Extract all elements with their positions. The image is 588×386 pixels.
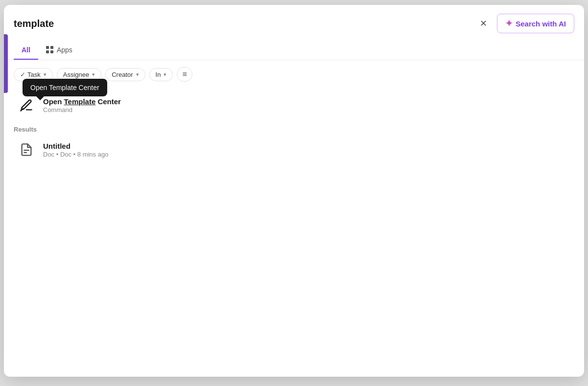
template-icon [18, 96, 35, 114]
modal-overlay: template ✕ ✦ Search with AI All Apps [0, 0, 588, 386]
filter-in-button[interactable]: In ▾ [149, 68, 173, 81]
doc-icon [18, 141, 35, 159]
modal-header: template ✕ ✦ Search with AI [4, 5, 584, 33]
tab-all-label: All [22, 46, 30, 54]
left-accent-strip [4, 34, 8, 93]
close-icon: ✕ [480, 18, 487, 29]
command-item-text: Open Template Center Command [43, 97, 121, 114]
command-item-title: Open Template Center [43, 97, 121, 106]
tab-all[interactable]: All [14, 42, 38, 60]
result-item-untitled[interactable]: Untitled Doc • Doc • 8 mins ago [8, 135, 580, 164]
filter-creator-label: Creator [112, 71, 133, 78]
command-item-subtitle: Command [43, 106, 121, 114]
filter-task-label: Task [27, 71, 41, 78]
results-section: Results Untitled Doc • Doc • 8 mins ago [4, 122, 584, 164]
apps-grid-icon [46, 46, 54, 54]
tab-apps[interactable]: Apps [38, 42, 80, 60]
sparkle-icon: ✦ [505, 18, 513, 29]
tabs-row: All Apps [4, 37, 584, 60]
tab-apps-label: Apps [57, 46, 72, 54]
search-modal: template ✕ ✦ Search with AI All Apps [4, 5, 584, 377]
close-button[interactable]: ✕ [475, 16, 491, 31]
sort-filter-button[interactable]: ≡ [177, 67, 192, 82]
filter-creator-button[interactable]: Creator ▾ [105, 68, 145, 81]
open-template-center-item[interactable]: Open Template Center Command [8, 91, 580, 120]
chevron-down-icon: ▾ [92, 71, 95, 78]
command-section: Open Template Center Command Open Templa… [4, 91, 584, 120]
title-part1: Open [43, 97, 64, 106]
result-item-text: Untitled Doc • Doc • 8 mins ago [43, 142, 108, 158]
result-item-meta: Doc • Doc • 8 mins ago [43, 151, 108, 158]
search-with-ai-label: Search with AI [516, 20, 566, 28]
check-icon: ✓ [20, 71, 25, 78]
result-item-title: Untitled [43, 142, 108, 150]
title-underline: Template [64, 97, 96, 106]
chevron-down-icon: ▾ [44, 71, 47, 78]
filter-assignee-button[interactable]: Assignee ▾ [57, 68, 101, 81]
filter-in-label: In [156, 71, 161, 78]
filters-row: ✓ Task ▾ Assignee ▾ Creator ▾ In ▾ ≡ [4, 60, 584, 89]
filter-task-button[interactable]: ✓ Task ▾ [14, 68, 53, 81]
sort-icon: ≡ [182, 70, 187, 79]
modal-title: template [14, 18, 475, 29]
chevron-down-icon: ▾ [136, 71, 139, 78]
results-header: Results [4, 122, 584, 135]
chevron-down-icon: ▾ [164, 71, 166, 78]
search-with-ai-button[interactable]: ✦ Search with AI [497, 14, 574, 33]
filter-assignee-label: Assignee [63, 71, 89, 78]
title-part2: Center [95, 97, 121, 106]
